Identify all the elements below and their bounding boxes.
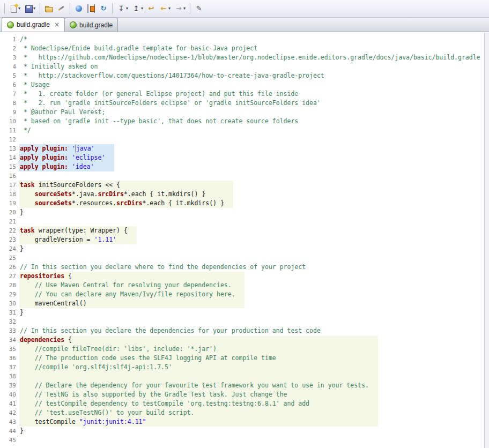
code-line[interactable]: // Use Maven Central for resolving your …	[19, 281, 484, 290]
code-line[interactable]: }	[19, 244, 484, 253]
code-line[interactable]: // Declare the dependency for your favou…	[19, 381, 484, 390]
previous-annotation-button[interactable]: ↥▾	[130, 2, 145, 15]
code-line[interactable]: repositories {	[19, 272, 484, 281]
code-area[interactable]: /* * Nodeclipse/Enide build.gradle templ…	[19, 33, 484, 448]
line-number: 44	[0, 427, 19, 436]
open-folder-button[interactable]	[43, 2, 55, 15]
code-line[interactable]: * 1. create folder (or general Eclipse p…	[19, 89, 484, 99]
line-number: 7	[0, 89, 19, 99]
line-number: 16	[0, 171, 19, 181]
code-line[interactable]: * Nodeclipse/Enide build.gradle template…	[19, 44, 484, 53]
code-line[interactable]: apply plugin: 'java'	[19, 144, 484, 153]
code-line-content: * https://github.com/Nodeclipse/nodeclip…	[19, 53, 482, 62]
code-line[interactable]: * https://github.com/Nodeclipse/nodeclip…	[19, 53, 484, 62]
code-line[interactable]	[19, 171, 484, 181]
line-number: 20	[0, 208, 19, 217]
save-button[interactable]: ▾	[23, 2, 37, 15]
toolbar: ▾▾↻↧▾↥▾↩←▾→▾✎	[0, 0, 489, 18]
new-button[interactable]: ▾	[8, 2, 22, 15]
code-line-content: //compile 'org.slf4j:slf4j-api:1.7.5'	[19, 363, 378, 372]
code-line[interactable]: * Usage	[19, 80, 484, 89]
code-line[interactable]	[19, 253, 484, 263]
dropdown-arrow-icon[interactable]: ▾	[126, 6, 128, 11]
web-browser-button[interactable]	[73, 2, 85, 15]
code-line[interactable]: apply plugin: 'idea'	[19, 162, 484, 171]
back-button[interactable]: ←▾	[158, 2, 172, 15]
code-line[interactable]: // In this section you declare where to …	[19, 263, 484, 272]
dropdown-arrow-icon[interactable]: ▾	[18, 6, 20, 11]
code-line[interactable]	[19, 317, 484, 326]
dropdown-arrow-icon[interactable]: ▾	[183, 6, 186, 11]
code-line[interactable]: * based on 'gradle init --type basic', t…	[19, 117, 484, 126]
tab-build.gradle-2[interactable]: build.gradle	[64, 18, 118, 32]
code-line[interactable]: * Initially asked on	[19, 62, 484, 71]
code-line[interactable]: dependencies {	[19, 335, 484, 345]
toolbar-separator	[190, 3, 190, 14]
code-line[interactable]: sourceSets*.resources.srcDirs*.each { it…	[19, 199, 484, 208]
code-line-content: // In this section you declare where to …	[19, 263, 307, 272]
code-line[interactable]	[19, 217, 484, 226]
code-line[interactable]: * @author Paul Verest;	[19, 108, 484, 117]
line-number: 43	[0, 417, 19, 427]
line-number: 28	[0, 281, 19, 290]
console-icon	[87, 4, 95, 13]
last-edit-location-button[interactable]: ↩	[145, 2, 157, 15]
line-number: 30	[0, 299, 19, 308]
code-line[interactable]: //compile fileTree(dir: 'libs', include:…	[19, 345, 484, 354]
tab-build.gradle-1[interactable]: build.gradle×	[2, 17, 65, 32]
line-number: 12	[0, 135, 19, 144]
code-line[interactable]: // You can declare any Maven/Ivy/file re…	[19, 290, 484, 299]
next-annotation-button[interactable]: ↧▾	[115, 2, 130, 15]
line-number: 45	[0, 436, 19, 445]
code-line[interactable]: */	[19, 126, 484, 135]
line-number: 4	[0, 62, 19, 71]
code-line[interactable]: * 2. run 'gradle initSourceFolders eclip…	[19, 99, 484, 108]
pin-icon: ✎	[195, 4, 203, 13]
code-line[interactable]: // 'test.useTestNG()' to your build scri…	[19, 408, 484, 417]
code-line[interactable]: apply plugin: 'eclipse'	[19, 153, 484, 162]
code-line[interactable]: * http://stackoverflow.com/questions/140…	[19, 71, 484, 80]
code-line[interactable]: //compile 'org.slf4j:slf4j-api:1.7.5'	[19, 363, 484, 372]
refresh-button[interactable]: ↻	[98, 2, 109, 15]
line-number: 37	[0, 363, 19, 372]
code-line[interactable]	[19, 372, 484, 381]
code-line[interactable]: }	[19, 308, 484, 317]
code-line-content: /*	[19, 35, 29, 44]
code-line[interactable]: /*	[19, 35, 484, 44]
code-line-content	[19, 436, 21, 445]
line-number: 3	[0, 53, 19, 62]
code-line[interactable]	[19, 436, 484, 445]
dropdown-arrow-icon[interactable]: ▾	[33, 6, 35, 11]
toolbar-drag-handle[interactable]	[3, 3, 5, 14]
code-line[interactable]: mavenCentral()	[19, 299, 484, 308]
code-line[interactable]	[19, 135, 484, 144]
code-line[interactable]: task initSourceFolders << {	[19, 181, 484, 190]
wand-icon	[57, 4, 65, 13]
code-line-content: testCompile "junit:junit:4.11"	[19, 417, 378, 427]
code-line[interactable]: // The production code uses the SLF4J lo…	[19, 354, 484, 363]
overview-ruler[interactable]	[484, 33, 489, 448]
dropdown-arrow-icon[interactable]: ▾	[141, 6, 143, 11]
code-line[interactable]: sourceSets*.java.srcDirs*.each { it.mkdi…	[19, 190, 484, 199]
line-number: 26	[0, 263, 19, 272]
code-line[interactable]: }	[19, 208, 484, 217]
code-line[interactable]: // TestNG is also supported by the Gradl…	[19, 390, 484, 399]
forward-button[interactable]: →▾	[173, 2, 187, 15]
line-number: 22	[0, 226, 19, 235]
pin-editor-button[interactable]: ✎	[193, 2, 205, 15]
dropdown-arrow-icon[interactable]: ▾	[168, 6, 171, 11]
code-line[interactable]: // testCompile dependency to testCompile…	[19, 399, 484, 408]
code-line[interactable]: testCompile "junit:junit:4.11"	[19, 417, 484, 427]
code-line[interactable]: task wrapper(type: Wrapper) {	[19, 226, 484, 235]
code-line-content: task initSourceFolders << {	[19, 181, 233, 190]
line-number: 23	[0, 235, 19, 244]
code-line[interactable]: // In this section you declare the depen…	[19, 326, 484, 335]
last-edit-icon: ↩	[147, 4, 155, 13]
line-number: 35	[0, 345, 19, 354]
mark-occurrences-button[interactable]	[55, 2, 67, 15]
close-icon[interactable]: ×	[54, 21, 60, 28]
code-line[interactable]: gradleVersion = '1.11'	[19, 235, 484, 244]
code-line[interactable]: }	[19, 427, 484, 436]
eclipse-window: ▾▾↻↧▾↥▾↩←▾→▾✎ build.gradle×build.gradle …	[0, 0, 489, 448]
console-button[interactable]	[85, 2, 97, 15]
